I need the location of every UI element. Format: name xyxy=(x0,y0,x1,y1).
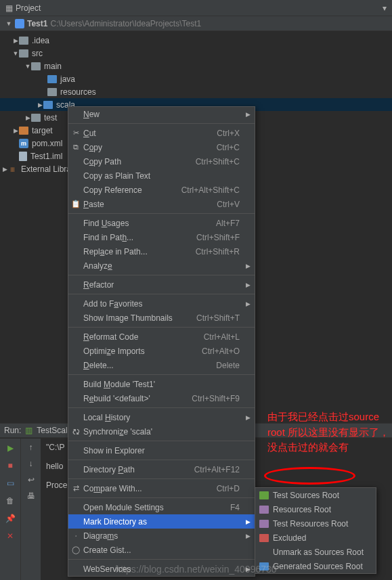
menu-create-gist[interactable]: ◯Create Gist... xyxy=(68,543,255,557)
file-icon xyxy=(19,152,27,161)
annotation-text: 由于我已经点击过source root 所以这里没有显示了， 没点击过的就会有 xyxy=(267,409,389,455)
breadcrumb: Test1 C:\Users\Administrator\IdeaProject… xyxy=(0,16,392,31)
menu-open-module-settings[interactable]: Open Module SettingsF4 xyxy=(68,500,255,514)
submenu-unmark[interactable]: Unmark as Sources Root xyxy=(255,545,376,559)
menu-copy-path[interactable]: Copy PathCtrl+Shift+C xyxy=(68,154,255,169)
copy-icon: ⧉ xyxy=(71,143,81,152)
mark-directory-submenu: Test Sources Root Resources Root Test Re… xyxy=(255,487,376,574)
menu-cut[interactable]: ✂CutCtrl+X xyxy=(68,126,255,140)
menu-rebuild[interactable]: Rebuild '<default>'Ctrl+Shift+F9 xyxy=(68,391,255,405)
pin-icon[interactable]: 📌 xyxy=(5,513,16,524)
tree-item-resources[interactable]: resources xyxy=(0,85,392,98)
menu-label: New xyxy=(83,110,100,119)
project-icon: ▦ xyxy=(5,3,13,13)
tree-item-main[interactable]: main xyxy=(0,60,392,72)
run-config-icon: ▥ xyxy=(25,426,32,435)
trash-icon[interactable]: 🗑 xyxy=(5,495,16,506)
cut-icon: ✂ xyxy=(71,129,81,138)
folder-red-icon xyxy=(259,534,269,542)
maven-icon: m xyxy=(19,139,28,148)
annotation-circle xyxy=(264,467,355,485)
close-icon[interactable]: ✕ xyxy=(5,531,16,541)
run-gutter: ▶ ■ ▭ 🗑 📌 ✕ xyxy=(0,439,20,580)
menu-paste[interactable]: 📋PasteCtrl+V xyxy=(68,197,255,211)
menu-show-thumbnails[interactable]: Show Image ThumbnailsCtrl+Shift+T xyxy=(68,311,255,325)
menu-mark-directory-as[interactable]: Mark Directory as▶ xyxy=(68,514,255,529)
diagrams-icon: ⬞ xyxy=(71,531,81,541)
wrap-icon[interactable]: ↩ xyxy=(28,475,35,485)
down-icon[interactable]: ↓ xyxy=(29,459,33,468)
menu-replace-in-path[interactable]: Replace in Path...Ctrl+Shift+R xyxy=(68,244,255,259)
submenu-test-resources[interactable]: Test Resources Root xyxy=(255,516,376,531)
menu-local-history[interactable]: Local History▶ xyxy=(68,410,255,424)
menu-copy-ref[interactable]: Copy ReferenceCtrl+Alt+Shift+C xyxy=(68,183,255,197)
sync-icon: 🗘 xyxy=(71,427,81,437)
menu-compare-with[interactable]: ⇄Compare With...Ctrl+D xyxy=(68,481,255,495)
project-root-icon xyxy=(15,19,24,28)
menu-new[interactable]: New▶ xyxy=(68,107,255,121)
menu-add-favorites[interactable]: Add to Favorites▶ xyxy=(68,296,255,311)
menu-diagrams[interactable]: ⬞Diagrams▶ xyxy=(68,529,255,543)
run-label: Run: xyxy=(4,426,21,435)
context-menu: New▶ ✂CutCtrl+X ⧉CopyCtrl+C Copy PathCtr… xyxy=(68,106,255,577)
menu-delete[interactable]: Delete...Delete xyxy=(68,358,255,372)
menu-reformat[interactable]: Reformat CodeCtrl+Alt+L xyxy=(68,330,255,344)
print-icon[interactable]: 🖶 xyxy=(27,491,35,501)
tree-item-src[interactable]: src xyxy=(0,47,392,60)
submenu-arrow-icon: ▶ xyxy=(246,111,251,118)
rerun-icon[interactable]: ▶ xyxy=(5,443,16,453)
submenu-excluded[interactable]: Excluded xyxy=(255,531,376,545)
folder-purple-icon xyxy=(259,506,269,514)
menu-optimize-imports[interactable]: Optimize ImportsCtrl+Alt+O xyxy=(68,344,255,358)
dropdown-icon[interactable]: ▾ xyxy=(383,3,387,13)
console-gutter: ↑ ↓ ↩ 🖶 xyxy=(20,439,41,580)
project-label: Project xyxy=(16,3,41,13)
paste-icon: 📋 xyxy=(71,200,81,209)
chevron-down-icon[interactable] xyxy=(5,20,12,27)
project-path: C:\Users\Administrator\IdeaProjects\Test… xyxy=(50,19,201,28)
submenu-test-sources[interactable]: Test Sources Root xyxy=(255,488,376,502)
stop-icon[interactable]: ■ xyxy=(5,460,16,471)
folder-green-icon xyxy=(259,491,269,499)
submenu-resources[interactable]: Resources Root xyxy=(255,502,376,516)
tree-item-idea[interactable]: .idea xyxy=(0,34,392,47)
compare-icon: ⇄ xyxy=(71,484,81,493)
github-icon: ◯ xyxy=(71,545,81,555)
menu-directory-path[interactable]: Directory PathCtrl+Alt+F12 xyxy=(68,462,255,476)
menu-copy[interactable]: ⧉CopyCtrl+C xyxy=(68,140,255,154)
layout-icon[interactable]: ▭ xyxy=(5,478,16,489)
menu-show-explorer[interactable]: Show in Explorer xyxy=(68,443,255,458)
menu-copy-plain[interactable]: Copy as Plain Text xyxy=(68,169,255,183)
up-icon[interactable]: ↑ xyxy=(29,443,33,452)
watermark: https://blog.csdn.net/weixin_40096730 xyxy=(0,564,392,575)
tree-item-java[interactable]: java xyxy=(0,72,392,85)
project-tool-header: ▦ Project ▾ xyxy=(0,0,392,16)
menu-build-module[interactable]: Build Module 'Test1' xyxy=(68,377,255,391)
menu-find-in-path[interactable]: Find in Path...Ctrl+Shift+F xyxy=(68,230,255,244)
menu-refactor[interactable]: Refactor▶ xyxy=(68,277,255,292)
project-name[interactable]: Test1 xyxy=(27,19,47,28)
menu-analyze[interactable]: Analyze▶ xyxy=(68,259,255,273)
folder-purple-icon xyxy=(259,520,269,528)
run-config-name[interactable]: TestScala xyxy=(37,426,72,435)
menu-find-usages[interactable]: Find UsagesAlt+F7 xyxy=(68,216,255,230)
menu-synchronize[interactable]: 🗘Synchronize 'scala' xyxy=(68,424,255,439)
library-icon: ⫼ xyxy=(8,164,18,174)
menu-separator xyxy=(68,123,255,124)
